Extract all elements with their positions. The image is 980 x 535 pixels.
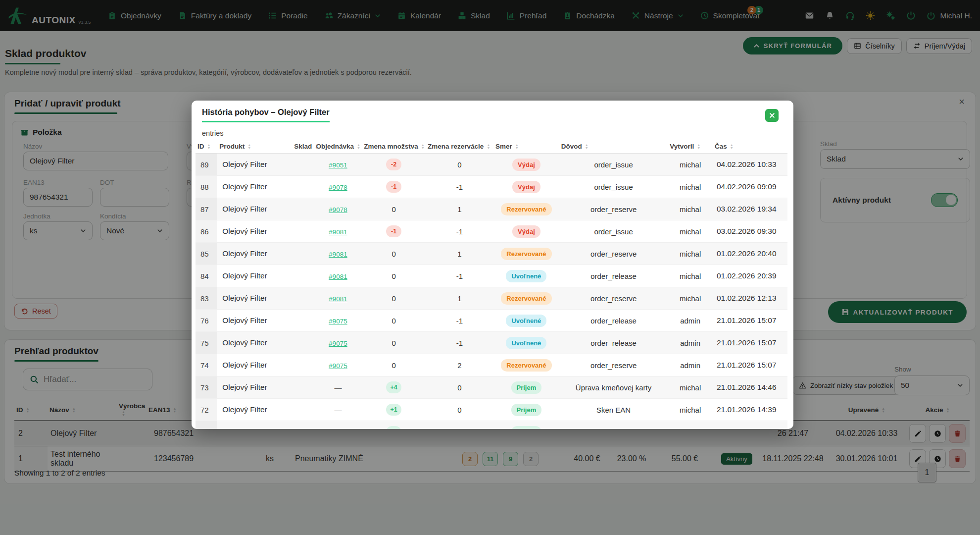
col-header-sklad[interactable]: Sklad▲▼ xyxy=(292,139,314,154)
order-link[interactable]: #9081 xyxy=(329,295,347,303)
sort-arrows-icon[interactable]: ▲▼ xyxy=(421,144,425,150)
col-header-dovod[interactable]: Dôvod▲▼ xyxy=(559,139,668,154)
order-link[interactable]: #9081 xyxy=(329,228,347,236)
cell-id: 74 xyxy=(196,354,217,376)
qty-pill: +1 xyxy=(386,404,401,416)
cell-dovod: order_release xyxy=(559,310,668,332)
cell-objednavka: #9075 xyxy=(314,310,362,332)
cell-id: 76 xyxy=(196,310,217,332)
cell-smer: Príjem xyxy=(493,376,559,399)
order-link[interactable]: #9075 xyxy=(329,362,347,370)
movement-row: 72Olejový Filter—+10PríjemSken EANmichal… xyxy=(196,399,787,421)
direction-badge: Rezervované xyxy=(501,203,551,215)
movement-row: 85Olejový Filter#908101Rezervovanéorder_… xyxy=(196,243,787,265)
col-header-id[interactable]: ID▲▼ xyxy=(196,139,217,154)
cell-objednavka: #9075 xyxy=(314,354,362,376)
order-link[interactable]: #9051 xyxy=(329,161,347,169)
cell-objednavka: — xyxy=(314,376,362,399)
sort-arrows-icon[interactable]: ▲▼ xyxy=(487,144,490,150)
cell-objednavka: #9078 xyxy=(314,198,362,220)
col-header-vytvoril[interactable]: Vytvoril▲▼ xyxy=(668,139,713,154)
cell-objednavka: — xyxy=(314,421,362,429)
cell-zmena-rezervacie: 1 xyxy=(426,198,493,220)
cell-id: 72 xyxy=(196,399,217,421)
cell-zmena-mnozstva: 0 xyxy=(362,287,426,310)
cell-vytvoril: michal xyxy=(668,399,713,421)
cell-dovod: order_issue xyxy=(559,220,668,243)
direction-badge: Uvoľnené xyxy=(506,337,546,349)
sort-arrows-icon[interactable]: ▲▼ xyxy=(585,144,588,150)
order-link[interactable]: #9075 xyxy=(329,340,347,347)
direction-badge: Rezervované xyxy=(501,248,551,260)
direction-badge: Rezervované xyxy=(501,359,551,372)
col-header-objednavka[interactable]: Objednávka▲▼ xyxy=(314,139,362,154)
sort-arrows-icon[interactable]: ▲▼ xyxy=(697,144,700,150)
sort-arrows-icon[interactable]: ▲▼ xyxy=(357,144,360,150)
cell-vytvoril: michal xyxy=(668,154,713,176)
cell-sklad xyxy=(292,332,314,354)
col-header-zmena-mnozstva[interactable]: Zmena množstva▲▼ xyxy=(362,139,426,154)
cell-zmena-rezervacie: 0 xyxy=(426,154,493,176)
order-link[interactable]: #9081 xyxy=(329,273,347,280)
cell-smer: Rezervované xyxy=(493,287,559,310)
cell-zmena-mnozstva: 0 xyxy=(362,310,426,332)
cell-id: 89 xyxy=(196,154,217,176)
cell-vytvoril: michal xyxy=(668,376,713,399)
cell-smer: Uvoľnené xyxy=(493,332,559,354)
order-link[interactable]: #9078 xyxy=(329,206,347,214)
cell-cas: 03.02.2026 09:30 xyxy=(713,220,787,243)
sort-arrows-icon[interactable]: ▲▼ xyxy=(247,144,251,150)
col-header-cas[interactable]: Čas▲▼ xyxy=(713,139,787,154)
cell-zmena-mnozstva: +1 xyxy=(362,399,426,421)
cell-cas: 01.02.2026 12:13 xyxy=(713,287,787,310)
cell-id: 83 xyxy=(196,287,217,310)
direction-badge: Rezervované xyxy=(501,292,551,305)
sort-arrows-icon[interactable]: ▲▼ xyxy=(730,144,734,150)
order-link[interactable]: #9075 xyxy=(329,318,347,325)
order-link[interactable]: #9078 xyxy=(329,184,347,191)
order-link[interactable]: #9081 xyxy=(329,251,347,258)
cell-objednavka: #9081 xyxy=(314,220,362,243)
cell-zmena-rezervacie: 0 xyxy=(426,421,493,429)
cell-vytvoril: michal xyxy=(668,243,713,265)
movement-row: 71Olejový Filter—+10PríjemSken EANmichal… xyxy=(196,421,787,429)
cell-smer: Príjem xyxy=(493,421,559,429)
cell-dovod: order_issue xyxy=(559,154,668,176)
cell-objednavka: — xyxy=(314,399,362,421)
col-header-zmena-rezervacie[interactable]: Zmena rezervácie▲▼ xyxy=(426,139,493,154)
cell-cas: 04.02.2026 09:09 xyxy=(713,176,787,198)
cell-id: 87 xyxy=(196,198,217,220)
cell-objednavka: #9078 xyxy=(314,176,362,198)
movement-row: 76Olejový Filter#90750-1Uvoľnenéorder_re… xyxy=(196,310,787,332)
cell-id: 86 xyxy=(196,220,217,243)
cell-dovod: order_reserve xyxy=(559,198,668,220)
sort-arrows-icon[interactable]: ▲▼ xyxy=(207,144,211,150)
movements-table-header: ID▲▼Produkt▲▼Sklad▲▼Objednávka▲▼Zmena mn… xyxy=(196,139,787,154)
cell-produkt: Olejový Filter xyxy=(217,332,292,354)
direction-badge: Výdaj xyxy=(512,159,540,171)
direction-badge: Výdaj xyxy=(512,181,540,193)
cell-id: 73 xyxy=(196,376,217,399)
cell-smer: Príjem xyxy=(493,399,559,421)
movement-row: 87Olejový Filter#907801Rezervovanéorder_… xyxy=(196,198,787,220)
movement-row: 89Olejový Filter#9051-20Výdajorder_issue… xyxy=(196,154,787,176)
movement-row: 74Olejový Filter#907502Rezervovanéorder_… xyxy=(196,354,787,376)
sort-arrows-icon[interactable]: ▲▼ xyxy=(515,144,519,150)
qty-pill: -2 xyxy=(386,159,401,170)
cell-zmena-mnozstva: -1 xyxy=(362,220,426,243)
movement-row: 88Olejový Filter#9078-1-1Výdajorder_issu… xyxy=(196,176,787,198)
cell-sklad xyxy=(292,421,314,429)
cell-smer: Výdaj xyxy=(493,154,559,176)
cell-produkt: Olejový Filter xyxy=(217,376,292,399)
modal-close-button[interactable] xyxy=(765,109,779,122)
cell-produkt: Olejový Filter xyxy=(217,265,292,287)
cell-produkt: Olejový Filter xyxy=(217,354,292,376)
cell-id: 71 xyxy=(196,421,217,429)
col-header-smer[interactable]: Smer▲▼ xyxy=(493,139,559,154)
direction-badge: Výdaj xyxy=(512,225,540,238)
cell-smer: Výdaj xyxy=(493,176,559,198)
col-header-produkt[interactable]: Produkt▲▼ xyxy=(217,139,292,154)
cell-vytvoril: michal xyxy=(668,220,713,243)
close-icon xyxy=(769,112,775,118)
cell-vytvoril: admin xyxy=(668,310,713,332)
